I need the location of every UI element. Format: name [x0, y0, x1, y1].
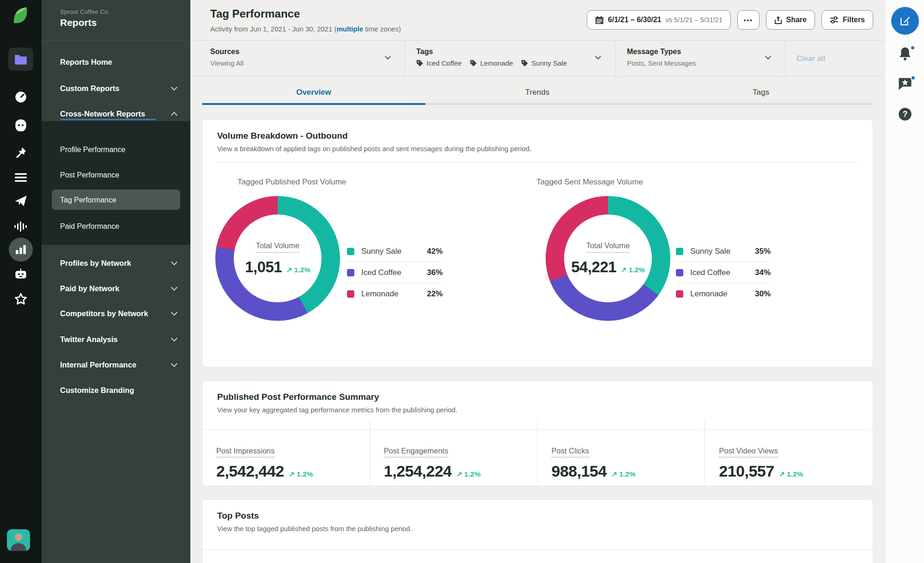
tab-trends[interactable]: Trends [426, 88, 649, 97]
donut-center: Total Volume 1,051 ↗ 1.2% [234, 214, 322, 302]
date-range-button[interactable]: 6/1/21 – 6/30/21 vs 5/1/21 – 5/31/21 [587, 10, 731, 30]
sidebar-item-internal-performance[interactable]: Internal Performance [60, 359, 176, 370]
chevron-up-icon [171, 112, 177, 118]
compose-pencil-icon [899, 15, 911, 27]
utility-rail: ? [885, 0, 924, 563]
calendar-icon [595, 16, 604, 24]
legend-swatch [347, 248, 354, 255]
tag-icon [521, 60, 528, 67]
sidebar-title: Reports [60, 17, 109, 28]
published-chart-title: Tagged Published Post Volume [237, 177, 346, 187]
report-tabs: Overview Trends Tags [190, 77, 885, 109]
tags-filter[interactable]: Tags Iced Coffee Lemonade Sunny Sale [405, 41, 615, 76]
clear-all-button[interactable]: Clear all [796, 55, 825, 63]
icon-rail [0, 0, 42, 563]
metric-post-engagements: Post Engagements 1,254,224 ↗ 1.2% [370, 421, 538, 486]
notification-dot [911, 75, 916, 80]
metric-post-video-views: Post Video Views 210,557 ↗ 1.2% [705, 421, 873, 486]
pin-icon[interactable] [0, 147, 42, 159]
legend-row: Iced Coffee 36% [347, 262, 443, 283]
rail-item-reports-active[interactable] [0, 238, 42, 262]
chevron-down-icon [171, 361, 177, 367]
share-button[interactable]: Share [766, 10, 815, 30]
tag-chip: Iced Coffee [416, 59, 462, 67]
tab-tags[interactable]: Tags [649, 88, 873, 97]
legend-swatch [347, 269, 354, 276]
sidebar-item-profiles-by-network[interactable]: Profiles by Network [60, 257, 176, 269]
account-name: Sprout Coffee Co. [60, 8, 109, 15]
filters-button[interactable]: Filters [821, 10, 873, 30]
date-range-value: 6/1/21 – 6/30/21 [608, 16, 662, 24]
share-icon [774, 16, 782, 24]
legend-swatch [676, 290, 683, 298]
bot-icon[interactable] [0, 268, 42, 280]
sidebar-divider [42, 40, 190, 41]
message-types-value: Posts, Sent Messages [627, 59, 785, 67]
listening-waveform-icon[interactable] [0, 220, 42, 233]
inbox-mask-icon[interactable] [0, 119, 42, 131]
summary-header: Published Post Performance Summary View … [202, 381, 873, 414]
sidebar-item-cross-network-reports[interactable]: Cross-Network Reports [60, 108, 176, 119]
legend-row: Iced Coffee 34% [676, 262, 771, 283]
volume-breakdown-card: Volume Breakdown - Outbound View a break… [202, 119, 873, 367]
sidebar-item-paid-by-network[interactable]: Paid by Network [60, 283, 176, 294]
feed-list-icon[interactable] [0, 172, 42, 183]
legend-swatch [347, 290, 354, 298]
sidebar-header: Sprout Coffee Co. Reports [60, 8, 109, 28]
tags-label: Tags [416, 48, 615, 56]
metric-post-impressions: Post Impressions 2,542,442 ↗ 1.2% [202, 421, 370, 486]
star-icon[interactable] [0, 293, 42, 306]
filter-bar: Sources Viewing All Tags Iced Coffee Lem… [190, 41, 885, 77]
dashboard-gauge-icon[interactable] [0, 91, 42, 104]
header-actions: 6/1/21 – 6/30/21 vs 5/1/21 – 5/31/21 •••… [587, 10, 873, 30]
tag-icon [470, 60, 477, 67]
chevron-down-icon [171, 84, 177, 91]
tags-chips: Iced Coffee Lemonade Sunny Sale [416, 59, 615, 67]
feedback-chat-icon[interactable] [885, 77, 924, 91]
sources-label: Sources [210, 48, 405, 56]
sidebar-item-post-performance[interactable]: Post Performance [60, 170, 176, 181]
multiple-timezones-link[interactable]: multiple [336, 25, 363, 33]
sent-chart-title: Tagged Sent Message Volume [536, 177, 643, 187]
sidebar-item-reports-home[interactable]: Reports Home [60, 56, 176, 67]
message-types-filter[interactable]: Message Types Posts, Sent Messages [615, 41, 785, 76]
page-title: Tag Performance [210, 7, 300, 20]
more-options-button[interactable]: ••• [737, 10, 760, 30]
bar-chart-icon [15, 244, 27, 255]
compose-button[interactable] [885, 7, 924, 35]
tag-icon [416, 60, 423, 67]
delta-badge: ↗ 1.2% [286, 266, 310, 274]
card-subtitle: View your key aggregated tag performance… [217, 406, 858, 414]
tab-overview[interactable]: Overview [202, 88, 426, 97]
page-subtitle: Activity from Jun 1, 2021 - Jun 30, 2021… [210, 25, 401, 33]
sidebar-item-customize-branding[interactable]: Customize Branding [60, 385, 176, 396]
legend-row: Lemonade 22% [347, 283, 443, 304]
card-subtitle: View a breakdown of applied tags on publ… [217, 145, 858, 153]
chevron-down-icon [171, 259, 177, 265]
sprout-logo-icon[interactable] [0, 6, 42, 27]
svg-text:?: ? [902, 110, 907, 119]
rail-item-reports-folder[interactable] [0, 48, 42, 71]
sidebar-item-profile-performance[interactable]: Profile Performance [60, 144, 176, 155]
tag-chip: Sunny Sale [521, 59, 567, 67]
active-rail-highlight [8, 48, 33, 71]
sidebar-item-paid-performance[interactable]: Paid Performance [60, 221, 176, 232]
folder-icon [14, 54, 27, 65]
chevron-down-icon [171, 309, 177, 316]
total-volume-value: 1,051 [245, 258, 282, 276]
filters-sliders-icon [830, 16, 839, 24]
user-avatar[interactable] [7, 529, 30, 551]
sidebar-item-twitter-analysis[interactable]: Twitter Analysis [60, 334, 176, 345]
sources-filter[interactable]: Sources Viewing All [190, 41, 405, 76]
legend-swatch [676, 269, 683, 276]
sidebar-item-custom-reports[interactable]: Custom Reports [60, 83, 176, 94]
help-icon[interactable]: ? [885, 107, 924, 121]
sidebar-item-competitors-by-network[interactable]: Competitors by Network [60, 308, 176, 319]
active-section-underline [60, 119, 156, 120]
publish-plane-icon[interactable] [0, 195, 42, 208]
notifications-bell-icon[interactable] [885, 46, 924, 61]
chevron-down-icon [171, 284, 177, 291]
sidebar-item-tag-performance[interactable]: Tag Performance [60, 195, 176, 206]
notification-dot [910, 45, 915, 50]
metrics-row: Post Impressions 2,542,442 ↗ 1.2% Post E… [202, 421, 873, 486]
